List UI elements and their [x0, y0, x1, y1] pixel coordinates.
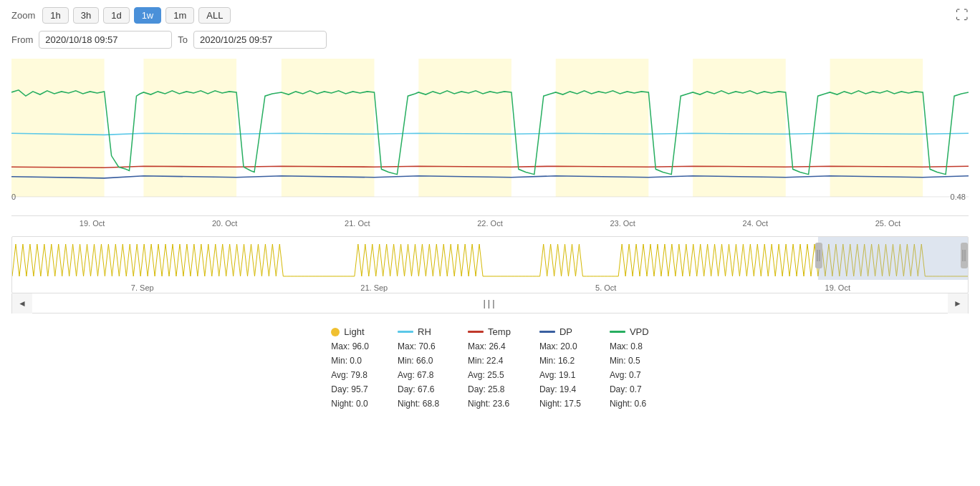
vpd-name: VPD	[630, 326, 649, 337]
legend-light: Light Max: 96.0 Min: 0.0 Avg: 79.8 Day: …	[331, 326, 369, 410]
x-label-2: 21. Oct	[345, 219, 370, 228]
light-name: Light	[344, 326, 364, 337]
date-row: From To	[11, 31, 969, 49]
rh-day: Day: 67.6	[398, 383, 434, 396]
svg-rect-9	[815, 243, 822, 268]
temp-avg: Avg: 25.5	[468, 369, 504, 381]
temp-color-line	[468, 331, 484, 333]
minimap[interactable]: 7. Sep 21. Sep 5. Oct 19. Oct	[11, 236, 969, 293]
temp-name: Temp	[488, 326, 511, 337]
minimap-svg	[12, 237, 968, 280]
light-color-dot	[331, 328, 340, 336]
main-chart: 0 0.48	[11, 59, 969, 216]
nav-right-button[interactable]: ►	[948, 293, 968, 314]
dp-name: DP	[559, 326, 572, 337]
legend: Light Max: 96.0 Min: 0.0 Avg: 79.8 Day: …	[11, 326, 969, 410]
nav-center: |||	[32, 298, 948, 308]
dp-min: Min: 16.2	[539, 354, 575, 367]
svg-rect-8	[818, 237, 968, 280]
x-label-6: 25. Oct	[875, 219, 900, 228]
zoom-1d-button[interactable]: 1d	[103, 7, 129, 24]
minimap-label-0: 7. Sep	[27, 283, 259, 292]
svg-rect-12	[961, 243, 968, 268]
to-date-input[interactable]	[193, 31, 327, 49]
to-label: To	[178, 34, 188, 45]
zoom-1w-button[interactable]: 1w	[134, 7, 162, 24]
expand-button[interactable]: ⛶	[956, 8, 969, 23]
dp-max: Max: 20.0	[539, 340, 577, 353]
rh-color-line	[398, 331, 413, 333]
vpd-min: Min: 0.5	[610, 354, 640, 367]
zoom-1m-button[interactable]: 1m	[165, 7, 194, 24]
zoom-row: Zoom 1h 3h 1d 1w 1m ALL ⛶	[11, 7, 969, 24]
y-axis-left-label: 0	[11, 193, 16, 201]
x-label-0: 19. Oct	[80, 219, 105, 228]
minimap-labels: 7. Sep 21. Sep 5. Oct 19. Oct	[12, 282, 968, 293]
vpd-max: Max: 0.8	[610, 340, 643, 353]
dp-day: Day: 19.4	[539, 383, 576, 396]
light-night: Night: 0.0	[331, 397, 368, 410]
legend-temp-title: Temp	[468, 326, 511, 337]
minimap-label-2: 5. Oct	[490, 283, 722, 292]
vpd-day: Day: 0.7	[610, 383, 642, 396]
legend-vpd: VPD Max: 0.8 Min: 0.5 Avg: 0.7 Day: 0.7 …	[610, 326, 649, 410]
minimap-label-3: 19. Oct	[722, 283, 954, 292]
zoom-label: Zoom	[11, 10, 35, 21]
zoom-1h-button[interactable]: 1h	[42, 7, 68, 24]
x-label-1: 20. Oct	[212, 219, 237, 228]
light-day: Day: 95.7	[331, 383, 368, 396]
vpd-color-line	[610, 331, 625, 333]
dp-avg: Avg: 19.1	[539, 369, 576, 381]
x-label-4: 23. Oct	[610, 219, 635, 228]
rh-avg: Avg: 67.8	[398, 369, 434, 381]
legend-dp-title: DP	[539, 326, 572, 337]
svg-rect-0	[11, 59, 105, 197]
dp-color-line	[539, 331, 555, 333]
rh-min: Min: 66.0	[398, 354, 433, 367]
dp-night: Night: 17.5	[539, 397, 581, 410]
light-min: Min: 0.0	[331, 354, 362, 367]
nav-left-button[interactable]: ◄	[12, 293, 32, 314]
legend-vpd-title: VPD	[610, 326, 649, 337]
vpd-avg: Avg: 0.7	[610, 369, 641, 381]
rh-night: Night: 68.8	[398, 397, 439, 410]
legend-light-title: Light	[331, 326, 364, 337]
rh-name: RH	[418, 326, 431, 337]
temp-min: Min: 22.4	[468, 354, 503, 367]
x-label-5: 24. Oct	[743, 219, 768, 228]
temp-max: Max: 26.4	[468, 340, 506, 353]
vpd-night: Night: 0.6	[610, 397, 646, 410]
legend-rh-title: RH	[398, 326, 431, 337]
temp-night: Night: 23.6	[468, 397, 509, 410]
legend-dp: DP Max: 20.0 Min: 16.2 Avg: 19.1 Day: 19…	[539, 326, 581, 410]
legend-rh: RH Max: 70.6 Min: 66.0 Avg: 67.8 Day: 67…	[398, 326, 439, 410]
y-axis-right-label: 0.48	[951, 193, 966, 201]
legend-temp: Temp Max: 26.4 Min: 22.4 Avg: 25.5 Day: …	[468, 326, 511, 410]
zoom-3h-button[interactable]: 3h	[73, 7, 99, 24]
from-date-input[interactable]	[39, 31, 172, 49]
rh-max: Max: 70.6	[398, 340, 436, 353]
x-axis-labels: 19. Oct 20. Oct 21. Oct 22. Oct 23. Oct …	[11, 216, 969, 230]
light-avg: Avg: 79.8	[331, 369, 368, 381]
from-label: From	[11, 34, 33, 45]
x-label-3: 22. Oct	[477, 219, 502, 228]
light-max: Max: 96.0	[331, 340, 369, 353]
temp-day: Day: 25.8	[468, 383, 504, 396]
minimap-label-1: 21. Sep	[259, 283, 491, 292]
chart-svg	[11, 59, 969, 215]
zoom-all-button[interactable]: ALL	[198, 7, 231, 24]
nav-row: ◄ ||| ►	[11, 293, 969, 314]
